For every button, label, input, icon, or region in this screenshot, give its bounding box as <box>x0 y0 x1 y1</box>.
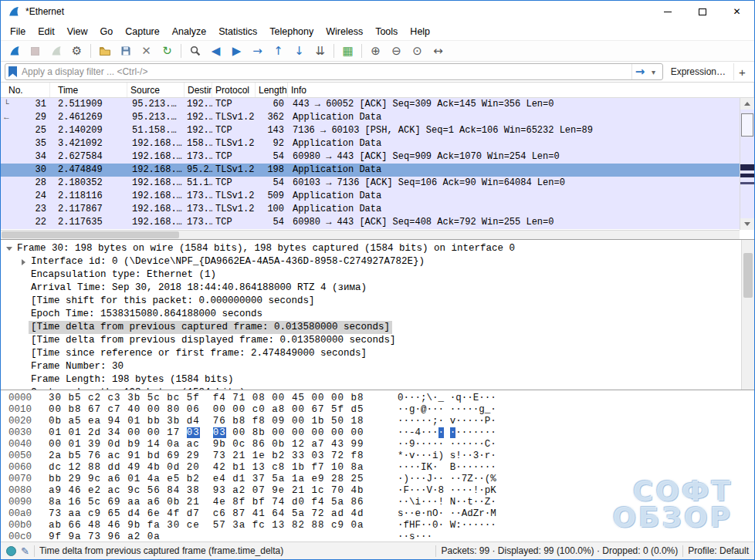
expander-icon[interactable] <box>18 259 29 265</box>
zoom-out-icon: ⊖ <box>391 46 401 57</box>
column-header-protocol[interactable]: Protocol <box>212 83 256 97</box>
detail-line[interactable]: [Time since reference or first frame: 2.… <box>1 347 754 360</box>
display-filter-input[interactable] <box>22 66 631 77</box>
filter-dropdown-icon[interactable] <box>648 64 659 79</box>
start-capture-button[interactable] <box>5 42 24 60</box>
detail-line[interactable]: Encapsulation type: Ethernet (1) <box>1 268 754 282</box>
detail-line[interactable]: Frame Length: 198 bytes (1584 bits) <box>1 373 754 386</box>
zoom-out-button[interactable]: ⊖ <box>387 42 406 60</box>
detail-text: [Time shift for this packet: 0.000000000… <box>29 295 317 308</box>
apply-filter-icon[interactable] <box>631 64 648 79</box>
packet-row-34[interactable]: 342.627584192.168.…173.…TCP5460980 → 443… <box>1 150 740 164</box>
minimap-mark <box>740 174 754 177</box>
column-header-destination[interactable]: Destina <box>185 83 212 97</box>
save-file-icon <box>120 45 132 57</box>
hex-row[interactable]: 00200b a5 ea 94 01 bb 3b d4 76 b8 f8 09 … <box>8 416 754 427</box>
close-file-button[interactable]: ✕ <box>137 42 156 60</box>
add-filter-button[interactable] <box>733 63 750 80</box>
menu-go[interactable]: Go <box>94 24 120 39</box>
go-first-button[interactable]: ↑ <box>269 42 288 60</box>
hex-row[interactable]: 003001 01 2d 34 00 00 17 03 03 00 8b 00 … <box>8 427 754 439</box>
column-header-no[interactable]: No. <box>1 83 50 97</box>
detail-line[interactable]: Epoch Time: 1538315080.864188000 seconds <box>1 308 754 321</box>
menu-file[interactable]: File <box>4 24 32 39</box>
maximize-button[interactable] <box>685 1 719 22</box>
packet-row-28[interactable]: 282.180352192.168.…51.1…TCP5460103 → 713… <box>1 177 740 190</box>
display-filter-field[interactable] <box>5 63 663 80</box>
go-last-button[interactable]: ↓ <box>289 42 309 60</box>
save-file-button[interactable] <box>116 42 135 60</box>
detail-line[interactable]: Arrival Time: Sep 30, 2018 18:44:40.8641… <box>1 282 754 295</box>
details-scrollbar[interactable] <box>741 240 754 390</box>
menu-telephony[interactable]: Telephony <box>263 24 320 39</box>
resize-columns-button[interactable]: ↔ <box>428 42 448 60</box>
scroll-down-icon[interactable] <box>740 218 754 230</box>
packet-row-25[interactable]: 252.14020951.158.…192.…TCP1437136 → 6010… <box>1 124 740 137</box>
packet-row-30[interactable]: 302.474849192.168.…95.2…TLSv1.2198Applic… <box>1 164 740 177</box>
hscroll-thumb[interactable] <box>2 231 179 238</box>
hex-row[interactable]: 004000 01 39 0d b9 14 0a ac 9b 0c 86 0b … <box>8 439 754 450</box>
detail-line[interactable]: [Time delta from previous displayed fram… <box>1 334 754 347</box>
hex-row[interactable]: 001000 b8 67 c7 40 00 80 06 00 00 c0 a8 … <box>8 404 754 416</box>
go-forward-button[interactable]: ▶ <box>227 42 246 60</box>
expert-info-icon[interactable] <box>6 546 16 556</box>
go-back-button[interactable]: ◀ <box>206 42 225 60</box>
auto-scroll-button[interactable]: ⇊ <box>310 42 330 60</box>
open-file-button[interactable] <box>95 42 114 60</box>
column-header-time[interactable]: Time <box>50 83 127 97</box>
packet-list-scrollbar[interactable] <box>740 98 754 230</box>
scrollbar-minimap[interactable] <box>740 110 754 218</box>
minimize-button[interactable] <box>650 1 685 22</box>
cell-no: 34 <box>1 150 50 164</box>
packet-row-31[interactable]: 31└2.51190995.213.…192.…TCP60443 → 60052… <box>1 98 740 111</box>
zoom-original-button[interactable]: ⊙ <box>408 42 427 60</box>
detail-line[interactable]: Interface id: 0 (\Device\NPF_{DA9662EA-4… <box>1 255 754 268</box>
hex-row[interactable]: 0060dc 12 88 dd 49 4b 0d 20 42 b1 13 c8 … <box>8 462 754 474</box>
detail-line[interactable]: Frame 30: 198 bytes on wire (1584 bits),… <box>1 242 754 255</box>
menu-tools[interactable]: Tools <box>369 24 404 39</box>
colorize-packets-button[interactable]: ▦ <box>338 42 357 60</box>
go-to-packet-button[interactable]: → <box>248 42 267 60</box>
cell-time: 2.180352 <box>50 177 127 190</box>
close-file-icon: ✕ <box>141 46 151 57</box>
menu-edit[interactable]: Edit <box>32 24 61 39</box>
detail-line[interactable]: Frame Number: 30 <box>1 360 754 373</box>
expression-button[interactable]: Expression… <box>663 66 733 77</box>
hex-offset: 0040 <box>8 439 49 450</box>
column-header-info[interactable]: Info <box>288 83 754 97</box>
hex-row[interactable]: 00c09f 9a 73 96 a2 0a ··s··· <box>8 531 754 541</box>
hex-ascii: ··g·@··· ·····g_· <box>398 404 496 416</box>
scroll-up-icon[interactable] <box>740 98 754 110</box>
expander-icon[interactable] <box>4 247 15 251</box>
packet-row-35[interactable]: 353.421092192.168.…158.…TLSv1.292Applica… <box>1 137 740 150</box>
close-button[interactable] <box>719 1 754 22</box>
hex-row[interactable]: 00502a b5 76 ac 91 bd 69 29 73 21 1e b2 … <box>8 450 754 462</box>
detail-line[interactable]: [Time shift for this packet: 0.000000000… <box>1 295 754 308</box>
find-packet-button[interactable] <box>185 42 205 60</box>
column-header-source[interactable]: Source <box>127 83 185 97</box>
menu-wireless[interactable]: Wireless <box>320 24 369 39</box>
minimap-viewport[interactable] <box>741 113 753 137</box>
menu-capture[interactable]: Capture <box>119 24 165 39</box>
filter-bookmark-icon[interactable] <box>8 66 17 77</box>
menu-statistics[interactable]: Statistics <box>212 24 263 39</box>
menu-analyze[interactable]: Analyze <box>166 24 212 39</box>
packet-row-29[interactable]: 29←2.46126995.213.…192.…TLSv1.2362Applic… <box>1 111 740 124</box>
packet-row-24[interactable]: 242.118116192.168.…173.…TLSv1.2509Applic… <box>1 190 740 203</box>
zoom-in-button[interactable]: ⊕ <box>366 42 385 60</box>
toolbar-separator <box>181 44 181 58</box>
capture-comment-icon[interactable] <box>21 545 29 557</box>
details-scroll-thumb[interactable] <box>743 253 753 298</box>
capture-options-button[interactable]: ⚙ <box>67 42 86 60</box>
menu-view[interactable]: View <box>61 24 94 39</box>
cell-no: 22 <box>1 216 50 229</box>
detail-line[interactable]: [Time delta from previous captured frame… <box>1 321 754 334</box>
packet-row-23[interactable]: 232.117867192.168.…173.…TLSv1.2100Applic… <box>1 203 740 216</box>
hex-row[interactable]: 000030 b5 c2 c3 3b 5c bc 5f f4 71 08 00 … <box>8 393 754 404</box>
profile-text[interactable]: Profile: Default <box>688 545 749 556</box>
column-header-length[interactable]: Length <box>256 83 288 97</box>
packet-list-hscrollbar[interactable] <box>1 230 740 239</box>
packet-row-22[interactable]: 222.117635192.168.…173.…TCP5460980 → 443… <box>1 216 740 229</box>
menu-help[interactable]: Help <box>404 24 436 39</box>
reload-file-button[interactable]: ↻ <box>157 42 177 60</box>
